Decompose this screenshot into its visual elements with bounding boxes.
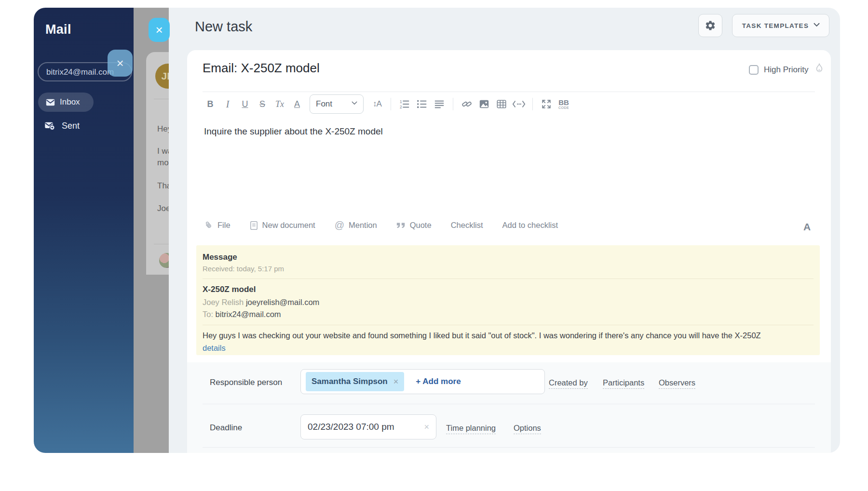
message-received-timestamp: Received: today, 5:17 pm xyxy=(203,265,814,273)
sidebar-item-inbox[interactable]: Inbox xyxy=(38,93,94,112)
message-body-preview: Hey guys I was checking out your website… xyxy=(203,331,814,340)
add-to-checklist-button[interactable]: Add to checklist xyxy=(502,221,558,230)
deadline-value: 02/23/2023 07:00 pm xyxy=(308,422,394,432)
inbox-envelope-icon xyxy=(46,99,55,106)
document-icon xyxy=(250,221,258,230)
task-slider-close-button[interactable]: × xyxy=(149,18,170,42)
editor-toolbar: B I U S Tx A Font ↕A 12 xyxy=(202,93,572,115)
chevron-down-icon xyxy=(814,23,819,28)
to-label: To: xyxy=(203,310,213,318)
task-templates-label: TASK TEMPLATES xyxy=(742,22,809,29)
linked-email-message-block: Message Received: today, 5:17 pm X-250Z … xyxy=(196,245,820,355)
sender-email: joeyrelish@mail.com xyxy=(246,298,319,306)
mail-app-title: Mail xyxy=(45,22,71,37)
sent-envelope-icon xyxy=(44,122,55,130)
toolbar-separator xyxy=(391,98,391,110)
new-document-label: New document xyxy=(262,221,315,230)
task-title-input[interactable]: Email: X-250Z model xyxy=(203,61,320,76)
paperclip-icon xyxy=(202,219,215,232)
assignee-name: Samantha Simpson xyxy=(312,377,388,386)
bullet-list-button[interactable] xyxy=(413,94,431,114)
text-color-toggle[interactable]: A xyxy=(803,221,811,233)
toolbar-separator xyxy=(532,98,533,110)
deadline-label: Deadline xyxy=(210,423,242,433)
email-text-fragment: mo xyxy=(157,158,169,168)
mention-button[interactable]: @ Mention xyxy=(335,220,377,231)
file-button[interactable]: File xyxy=(204,221,231,230)
task-description-editor[interactable]: Inquire the supplier about the X-250Z mo… xyxy=(204,126,383,137)
task-form-card: Email: X-250Z model High Priority B I U … xyxy=(187,50,831,453)
close-icon: × xyxy=(155,23,163,38)
svg-text:1: 1 xyxy=(400,100,402,104)
italic-button[interactable]: I xyxy=(219,94,236,114)
close-icon: × xyxy=(116,56,123,71)
time-planning-link[interactable]: Time planning xyxy=(446,424,496,434)
high-priority-label: High Priority xyxy=(764,65,809,75)
message-block-title: Message xyxy=(203,252,814,262)
details-link[interactable]: details xyxy=(203,344,226,353)
divider xyxy=(203,447,815,448)
assignee-tag[interactable]: Samantha Simpson × xyxy=(306,372,404,391)
mail-sidebar: Mail bitrix24@mail.com Inbox Sent × xyxy=(34,8,134,453)
underline-button[interactable]: U xyxy=(236,94,254,114)
bbcode-icon: BB CODE xyxy=(558,99,569,109)
quote-icon xyxy=(396,222,406,229)
link-button[interactable] xyxy=(458,94,475,114)
sidebar-item-sent[interactable]: Sent xyxy=(44,121,80,131)
quote-label: Quote xyxy=(410,221,432,230)
chevron-down-icon xyxy=(352,101,357,107)
created-by-link[interactable]: Created by xyxy=(549,378,588,389)
gear-icon xyxy=(705,20,716,31)
task-fields-section: Responsible person Samantha Simpson × + … xyxy=(187,362,831,453)
dimmed-email-card: JR Hey I wa mo Tha Joe xyxy=(146,52,172,275)
strikethrough-button[interactable]: S xyxy=(254,94,271,114)
flame-icon xyxy=(814,63,825,75)
clear-deadline-icon[interactable]: × xyxy=(424,422,429,432)
divider xyxy=(203,92,815,92)
settings-button[interactable] xyxy=(698,14,722,37)
table-button[interactable] xyxy=(493,94,510,114)
add-more-button[interactable]: + Add more xyxy=(416,377,461,386)
bbcode-button[interactable]: BB CODE xyxy=(555,94,572,114)
dimmed-overlay-strip: JR Hey I wa mo Tha Joe xyxy=(134,8,172,453)
background-slider-close-button[interactable]: × xyxy=(108,50,133,77)
checklist-button[interactable]: Checklist xyxy=(451,221,483,230)
participants-link[interactable]: Participants xyxy=(603,378,644,389)
task-templates-button[interactable]: TASK TEMPLATES xyxy=(732,14,829,37)
ordered-list-button[interactable]: 12 xyxy=(396,94,413,114)
bold-button[interactable]: B xyxy=(202,94,219,114)
image-button[interactable] xyxy=(475,94,493,114)
remove-assignee-icon[interactable]: × xyxy=(393,377,399,387)
code-button[interactable] xyxy=(510,94,528,114)
svg-text:2: 2 xyxy=(400,105,402,109)
deadline-input[interactable]: 02/23/2023 07:00 pm × xyxy=(300,414,436,439)
message-from-line: Joey Relish joeyrelish@mail.com xyxy=(203,298,814,307)
message-to-line: To: bitrix24@mail.com xyxy=(203,310,814,319)
checklist-label: Checklist xyxy=(451,221,483,230)
page-title: New task xyxy=(195,19,252,35)
new-task-panel: New task TASK TEMPLATES Email: X-250Z mo… xyxy=(169,8,840,453)
align-button[interactable] xyxy=(431,94,448,114)
font-dropdown[interactable]: Font xyxy=(310,94,364,114)
file-label: File xyxy=(217,221,231,230)
attach-toolbar: File New document @ Mention Quote xyxy=(204,220,558,231)
at-icon: @ xyxy=(335,220,344,231)
responsible-person-label: Responsible person xyxy=(210,378,282,387)
options-link[interactable]: Options xyxy=(514,424,541,434)
responsible-person-input[interactable]: Samantha Simpson × + Add more xyxy=(300,369,545,394)
sidebar-item-label: Inbox xyxy=(60,97,80,107)
fullscreen-button[interactable] xyxy=(538,94,555,114)
new-document-button[interactable]: New document xyxy=(250,221,315,230)
clear-format-button[interactable]: Tx xyxy=(271,94,288,114)
divider xyxy=(203,325,814,325)
add-to-checklist-label: Add to checklist xyxy=(502,221,558,230)
divider xyxy=(203,404,815,404)
text-color-button[interactable]: A xyxy=(288,94,306,114)
divider xyxy=(203,279,814,279)
screen: Mail bitrix24@mail.com Inbox Sent × xyxy=(0,0,868,491)
high-priority-checkbox[interactable] xyxy=(749,65,759,75)
toolbar-separator xyxy=(453,98,453,110)
quote-button[interactable]: Quote xyxy=(396,221,432,230)
observers-link[interactable]: Observers xyxy=(659,378,695,389)
font-size-button[interactable]: ↕A xyxy=(368,94,386,114)
